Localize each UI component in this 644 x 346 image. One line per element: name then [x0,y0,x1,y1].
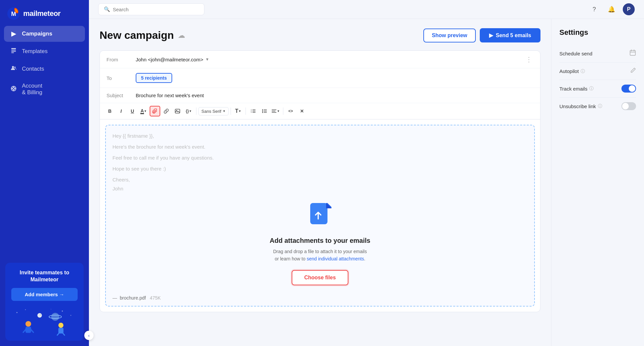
font-color-button[interactable]: A ▼ [138,106,149,116]
attach-subtitle-end: . [364,256,365,261]
send-icon: ▶ [489,32,493,38]
svg-point-22 [51,313,59,321]
image-icon [175,108,180,114]
individual-attachments-link[interactable]: send individual attachments [307,256,364,261]
variable-button[interactable]: {} ▼ [183,106,194,116]
svg-marker-53 [326,203,331,208]
schedule-send-button[interactable] [629,49,636,58]
to-field: To 5 recipients [100,68,540,88]
sidebar-item-account-billing[interactable]: Account& Billing [4,78,85,100]
settings-row-track-emails: Track emails ⓘ [559,80,636,98]
svg-rect-4 [11,48,16,49]
toolbar-separator-3 [246,107,246,115]
subject-value[interactable]: Brochure for next week's event [136,93,534,98]
ordered-list-button[interactable]: 123 [248,106,258,116]
unordered-list-button[interactable] [259,106,270,116]
search-input[interactable] [113,7,199,12]
link-icon [164,108,169,114]
svg-rect-5 [11,50,16,50]
notifications-button[interactable]: 🔔 [606,3,617,15]
sidebar-item-campaigns-label: Campaigns [22,31,52,37]
svg-point-45 [262,109,263,110]
file-name: brochure.pdf [120,295,146,301]
font-family-select[interactable]: Sans Serif ▼ [198,107,229,115]
subject-field: Subject Brochure for next week's event [100,88,540,103]
top-bar-right: ? 🔔 P [588,3,635,15]
settings-row-unsubscribe-link: Unsubscribe link ⓘ [559,98,636,115]
search-box[interactable]: 🔍 [98,3,204,15]
attach-button[interactable] [150,106,160,116]
from-dropdown[interactable]: John <john@mailmeteor.com> ▼ [136,57,519,62]
add-members-button[interactable]: Add members → [11,288,78,301]
campaigns-icon: ▶ [10,30,17,37]
sidebar-collapse-button[interactable]: ‹ [84,331,94,340]
body-line-3: Feel free to call me if you have any que… [112,153,528,162]
edit-icon [630,67,636,73]
from-caret-icon: ▼ [205,57,209,62]
sidebar-item-contacts[interactable]: Contacts [4,61,85,77]
svg-point-47 [262,112,263,113]
color-caret: ▼ [144,109,147,113]
svg-point-28 [58,323,63,328]
font-size-button[interactable]: T ▼ [233,106,244,116]
settings-title: Settings [559,28,636,37]
toolbar-separator-1 [196,107,196,115]
sidebar-nav: ▶ Campaigns Templates Contacts Account& … [0,26,89,100]
image-button[interactable] [172,106,183,116]
invite-title: Invite teammates to Mailmeteor [11,269,78,283]
link-button[interactable] [161,106,172,116]
svg-point-46 [262,111,263,112]
svg-text:3: 3 [251,111,252,113]
autopilot-info-icon: ⓘ [581,68,585,74]
attachment-drop-zone[interactable]: Hey {{ firstname }}, Here's the brochure… [105,125,535,307]
svg-rect-7 [11,52,14,53]
track-emails-info-icon: ⓘ [589,86,594,92]
sidebar: M mailmeteor ▶ Campaigns Templates Conta… [0,0,89,346]
bold-button[interactable]: B [105,106,115,116]
body-line-4: Hope to see you there :) [112,164,528,173]
svg-rect-54 [630,50,635,55]
unsubscribe-toggle-knob [622,103,629,109]
top-bar: 🔍 ? 🔔 P [89,0,644,19]
underline-button[interactable]: U [127,106,138,116]
show-preview-button[interactable]: Show preview [423,29,476,42]
attach-title: Add attachments to your emails [270,237,370,244]
font-family-value: Sans Serif [201,109,221,114]
upload-icon-wrapper [309,203,331,231]
track-emails-toggle[interactable] [621,85,636,93]
ordered-list-icon: 123 [250,108,256,114]
body-line-6: John [112,184,528,193]
autopilot-label: Autopilot ⓘ [559,68,585,74]
autopilot-edit-button[interactable] [630,67,636,75]
recipients-badge[interactable]: 5 recipients [136,73,172,83]
header-actions: Show preview ▶ Send 5 emails [423,28,540,42]
body-line-1: Hey {{ firstname }}, [112,131,528,140]
svg-point-9 [14,67,16,68]
font-color-icon: A [140,108,144,114]
templates-icon [10,47,17,55]
cloud-save-icon: ☁ [178,31,185,40]
avatar[interactable]: P [623,3,635,15]
subject-label: Subject [107,93,130,98]
code-button[interactable]: <> [285,106,296,116]
unsubscribe-link-label: Unsubscribe link ⓘ [559,103,602,109]
svg-rect-25 [26,327,31,333]
toolbar-separator-2 [231,107,231,115]
sidebar-item-campaigns[interactable]: ▶ Campaigns [4,26,85,42]
help-button[interactable]: ? [588,3,600,15]
body-line-5: Cheers, [112,175,528,184]
calendar-icon [629,49,636,56]
clear-format-button[interactable]: ✕ [297,106,307,116]
settings-row-autopilot: Autopilot ⓘ [559,63,636,80]
from-value: John <john@mailmeteor.com> [136,57,203,62]
field-menu-button[interactable]: ⋮ [524,55,534,63]
sidebar-item-templates[interactable]: Templates [4,43,85,59]
to-label: To [107,75,130,81]
align-button[interactable]: ▼ [270,106,281,116]
choose-files-button[interactable]: Choose files [292,270,348,285]
composer: From John <john@mailmeteor.com> ▼ ⋮ To 5… [100,50,540,312]
unsubscribe-link-toggle[interactable] [621,102,636,110]
from-field: From John <john@mailmeteor.com> ▼ ⋮ [100,51,540,68]
send-emails-button[interactable]: ▶ Send 5 emails [480,28,540,42]
italic-button[interactable]: I [116,106,126,116]
